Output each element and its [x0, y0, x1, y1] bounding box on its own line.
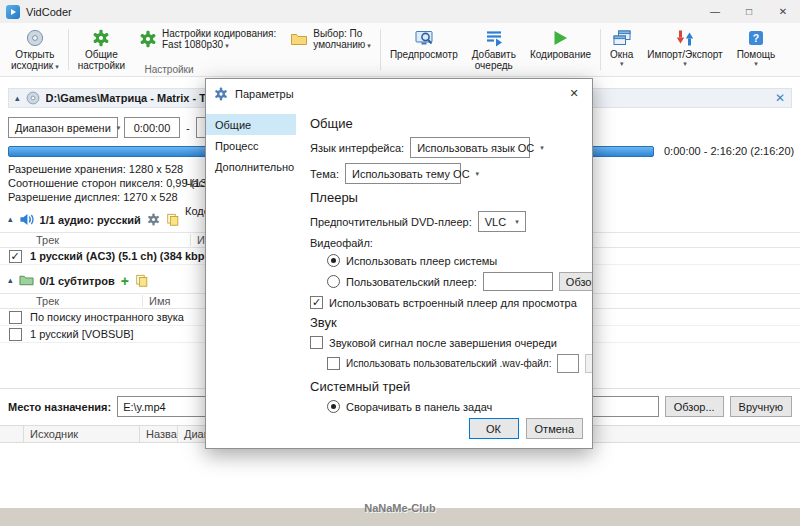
custom-wav-checkbox[interactable]: ✓: [327, 357, 340, 370]
subtitle-col-track[interactable]: Трек: [30, 295, 142, 307]
nav-item-process[interactable]: Процесс: [206, 135, 296, 156]
import-export-icon: [676, 28, 694, 48]
custom-player-browse-button[interactable]: Обзор...: [559, 272, 592, 291]
toolbar-group-label: Настройки: [64, 64, 274, 75]
window-title: VidCoder: [26, 6, 72, 18]
chevron-down-icon: ▾: [683, 60, 687, 67]
gear-icon: [92, 28, 110, 48]
collapse-icon[interactable]: ▴: [8, 276, 13, 285]
ok-button[interactable]: ОК: [469, 418, 519, 439]
chevron-down-icon: ▾: [540, 144, 544, 151]
queue-col-source[interactable]: Исходник: [24, 426, 140, 442]
range-start-input[interactable]: 0:00:00: [124, 117, 180, 138]
heading-players: Плееры: [310, 190, 584, 205]
audio-col-track[interactable]: Трек: [30, 234, 190, 246]
toolbar-separator: [380, 29, 381, 70]
minimize-button[interactable]: —: [698, 0, 732, 23]
theme-select[interactable]: Использовать тему ОС ▾: [345, 163, 461, 184]
beep-checkbox[interactable]: ✓: [310, 336, 323, 349]
dvd-player-select[interactable]: VLC ▾: [478, 211, 526, 232]
maximize-button[interactable]: □: [732, 0, 766, 23]
nav-item-general[interactable]: Общие: [206, 114, 296, 135]
preset-button[interactable]: Выбор: По умолчанию▾: [283, 26, 378, 53]
builtin-player-checkbox[interactable]: ✓: [310, 296, 323, 309]
range-dash: -: [186, 122, 190, 134]
help-button[interactable]: Помощь ▾: [730, 26, 783, 69]
system-player-label: Использовать плеер системы: [346, 255, 497, 267]
subtitle-track-checkbox[interactable]: ✓: [9, 328, 22, 341]
system-player-radio[interactable]: [327, 254, 340, 267]
queue-col-name[interactable]: Название: [140, 426, 178, 442]
close-source-icon[interactable]: ✕: [775, 91, 785, 105]
windows-menu-button[interactable]: Окна ▾: [603, 26, 640, 69]
chevron-down-icon: ▾: [55, 63, 59, 70]
audio-settings-gear-icon[interactable]: [147, 213, 160, 226]
disc-icon: [26, 28, 44, 48]
destination-browse-button[interactable]: Обзор...: [665, 396, 724, 417]
videofile-label: Видеофайл:: [310, 237, 373, 249]
subtitles-copy-icon[interactable]: [135, 274, 149, 288]
collapse-icon[interactable]: ▴: [15, 94, 20, 103]
audio-track-checkbox[interactable]: ✓: [9, 250, 22, 263]
subtitle-track-label: 1 русский [VOBSUB]: [30, 328, 134, 340]
dialog-titlebar: Параметры ✕: [206, 79, 592, 108]
chevron-down-icon: ▾: [476, 170, 480, 177]
minimize-taskbar-radio[interactable]: [327, 400, 340, 413]
disc-icon: [26, 91, 40, 105]
theme-label: Тема:: [310, 168, 339, 180]
custom-player-radio[interactable]: [327, 275, 340, 288]
close-button[interactable]: ✕: [766, 0, 800, 23]
language-select[interactable]: Использовать язык ОС ▾: [410, 137, 530, 158]
chevron-down-icon: ▾: [515, 218, 519, 225]
dialog-footer: ОК Отмена: [206, 418, 592, 448]
open-source-button[interactable]: Открыть исходник▾: [4, 26, 66, 74]
custom-wav-input[interactable]: [557, 354, 579, 373]
import-export-button[interactable]: Импорт/Экспорт ▾: [640, 26, 729, 69]
foreign-audio-label: По поиску иностранного звука: [30, 311, 184, 323]
add-subtitle-icon[interactable]: +: [121, 275, 129, 287]
dialog-title: Параметры: [235, 88, 294, 100]
vidcoder-logo-icon: [6, 5, 20, 19]
destination-manual-button[interactable]: Вручную: [730, 396, 792, 417]
heading-general: Общие: [310, 116, 584, 131]
chevron-down-icon: ▾: [367, 42, 371, 49]
custom-player-label: Пользовательский плеер:: [346, 276, 477, 288]
codec-label: Кодек: [185, 204, 207, 218]
cancel-button[interactable]: Отмена: [526, 418, 583, 439]
dvd-player-label: Предпочтительный DVD-плеер:: [310, 216, 472, 228]
audio-track-label: 1 русский (AC3) (5.1 ch) (384 kbps): [30, 250, 214, 262]
destination-label: Место назначения:: [8, 401, 111, 413]
custom-player-input[interactable]: [483, 272, 553, 291]
queue-col-check[interactable]: [0, 426, 24, 442]
speaker-icon: [19, 212, 34, 227]
add-to-queue-button[interactable]: Добавить очередь: [465, 26, 523, 73]
foreign-audio-checkbox[interactable]: ✓: [9, 311, 22, 324]
builtin-player-label: Использовать встроенный плеер для просмо…: [329, 297, 577, 309]
titlebar: VidCoder — □ ✕: [0, 0, 800, 23]
chevron-down-icon: ▾: [620, 60, 624, 67]
heading-tray: Системный трей: [310, 379, 584, 394]
range-type-select[interactable]: Диапазон времени ▾: [8, 117, 118, 138]
folder-icon: [290, 29, 308, 49]
custom-wav-label: Использовать пользовательский .wav-файл:: [346, 358, 551, 369]
encoding-settings-button[interactable]: Настройки кодирования: Fast 1080p30▾: [132, 26, 283, 53]
preview-button[interactable]: Предпросмотр: [383, 26, 465, 62]
queue-add-icon: [485, 28, 503, 48]
toolbar-separator: [600, 29, 601, 70]
gear-icon: [139, 29, 157, 49]
audio-copy-icon[interactable]: [166, 213, 180, 227]
encode-button[interactable]: Кодирование: [523, 26, 598, 62]
preview-icon: [415, 28, 433, 48]
framerate-label: Часто: [185, 176, 207, 190]
collapse-icon[interactable]: ▴: [8, 215, 13, 224]
watermark: NaNaMe-Club: [0, 502, 800, 514]
nav-item-advanced[interactable]: Дополнительно: [206, 156, 296, 177]
chevron-down-icon: ▾: [117, 124, 121, 131]
minimize-taskbar-label: Сворачивать в панель задач: [346, 401, 492, 413]
language-label: Язык интерфейса:: [310, 142, 404, 154]
range-summary: 0:00:00 - 2:16:20 (2:16:20): [664, 145, 792, 157]
audio-section-title: 1/1 аудио: русский: [40, 214, 141, 226]
chevron-down-icon: ▾: [225, 42, 229, 49]
chevron-down-icon: ▾: [754, 60, 758, 67]
dialog-close-button[interactable]: ✕: [556, 79, 592, 108]
